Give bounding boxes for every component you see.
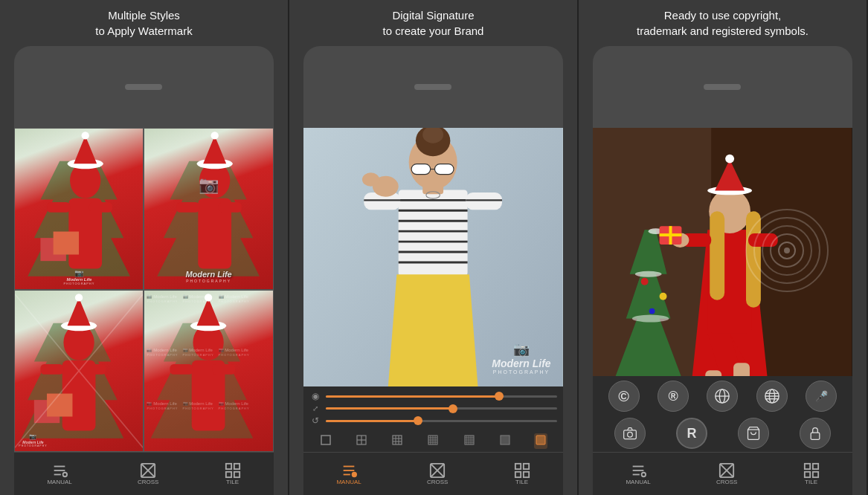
toolbar-btn-manual-1[interactable]: MANUAL [41,459,77,488]
toolbar-btn-manual-3[interactable]: MANUAL [620,459,656,488]
svg-point-134 [649,308,655,314]
watermark-grid: 📷 Modern Life PHOTOGRAPHY [14,128,273,452]
rotate-track[interactable] [326,420,556,422]
grid-big[interactable] [534,433,547,449]
svg-rect-91 [465,436,474,444]
svg-rect-55 [435,164,454,175]
panel3-phone-wrapper: © ® [579,43,867,495]
svg-point-131 [632,315,669,323]
svg-rect-79 [393,436,402,444]
toolbar-btn-manual-2[interactable]: MANUAL [330,459,367,488]
sig-watermark: 📷 Modern Life PHOTOGRAPHY [492,341,550,375]
svg-point-7 [82,132,89,139]
phone-speaker-3 [704,84,741,90]
svg-rect-72 [423,184,444,194]
symbol-lock[interactable] [800,418,831,449]
toolbar-label-cross-1: CROSS [138,479,158,485]
phone-speaker-2 [414,84,451,90]
svg-marker-16 [204,135,227,164]
svg-rect-4 [89,202,112,213]
opacity-fill [326,395,499,398]
wm-cell1: 📷 Modern Life PHOTOGRAPHY [63,269,94,285]
grid-6x6[interactable] [498,433,512,449]
slider-rotate: ↺ [309,415,556,426]
symbol-camera[interactable] [614,418,646,449]
phone-speaker-1 [125,84,162,90]
screen-area-3: © ® [593,128,852,452]
svg-rect-123 [523,472,528,477]
toolbar-label-manual-2: MANUAL [336,479,361,485]
svg-rect-149 [669,226,672,245]
toolbar-btn-tile-3[interactable]: TILE [797,459,826,488]
toolbar-label-tile-3: TILE [805,479,817,485]
opacity-track[interactable] [326,395,556,398]
svg-point-116 [353,473,357,477]
grid-3x3[interactable] [390,433,404,449]
toolbar-2: MANUAL CROSS TILE [303,452,562,495]
toolbar-btn-tile-2[interactable]: TILE [508,459,536,488]
size-icon: ⤢ [309,404,321,412]
size-track[interactable] [326,407,556,410]
svg-point-133 [660,293,667,300]
slider-size: ⤢ [309,404,556,412]
screen-area-1: 📷 Modern Life PHOTOGRAPHY [14,128,273,452]
symbol-globe2[interactable] [756,381,788,412]
copyright-symbols-row2: R [593,416,852,452]
tiled-watermark: 📷 Modern LifePHOTOGRAPHY 📷 Modern LifePH… [144,291,272,451]
copyright-symbols-row1: © ® [593,376,852,416]
grid-5x5[interactable] [463,433,476,449]
wm-cell3: 📷 Modern Life PHOTOGRAPHY [19,433,47,447]
svg-rect-47 [225,472,231,477]
svg-rect-75 [321,436,330,444]
sig-wm-sub: PHOTOGRAPHY [492,369,550,375]
toolbar-btn-cross-3[interactable]: CROSS [710,459,743,488]
phone-top-1 [14,46,273,128]
grid-2x2[interactable] [355,433,368,449]
grid-1x1[interactable] [319,433,332,449]
opacity-thumb[interactable] [495,392,504,401]
svg-point-171 [642,473,646,477]
wm-cell2-bottom: Modern Life PHOTOGRAPHY [185,270,231,283]
toolbar-3: MANUAL CROSS TILE [593,452,852,495]
symbol-registered[interactable]: ® [658,381,689,412]
wm-cell2-center: 📷 [199,175,219,195]
panel3-header: Ready to use copyright, trademark and re… [622,0,823,43]
toolbar-1: MANUAL CROSS TILE [14,452,273,495]
toolbar-label-cross-2: CROSS [427,479,448,485]
symbol-mic[interactable]: 🎤 [806,381,837,412]
svg-rect-111 [536,436,545,444]
svg-point-17 [211,132,219,139]
toolbar-btn-tile-1[interactable]: TILE [219,459,247,488]
opacity-icon: ◉ [309,391,321,401]
phone-top-2 [303,46,562,128]
phone-top-3 [593,46,852,128]
symbol-cart[interactable] [738,418,769,449]
svg-rect-45 [225,464,231,469]
svg-rect-178 [812,472,817,477]
symbol-copyright[interactable]: © [608,381,640,412]
svg-point-132 [641,278,649,285]
panel-copyright-symbols: Ready to use copyright, trademark and re… [579,0,868,495]
panel2-header: Digital Signature to create your Brand [368,0,499,43]
svg-point-130 [635,271,662,277]
grid-cell-1: 📷 Modern Life PHOTOGRAPHY [14,128,144,290]
symbol-globe1[interactable] [707,381,738,412]
concentric-circles [742,206,832,298]
panel1-phone-wrapper: 📷 Modern Life PHOTOGRAPHY [0,43,288,495]
svg-rect-48 [234,472,239,477]
toolbar-label-manual-3: MANUAL [626,479,650,485]
symbol-r-circle[interactable]: R [676,418,707,449]
grid-4x4[interactable] [426,433,440,449]
toolbar-btn-cross-2[interactable]: CROSS [421,459,454,488]
sig-wm-text: Modern Life [492,358,550,369]
toolbar-btn-cross-1[interactable]: CROSS [132,459,164,488]
svg-point-143 [725,155,734,164]
panel1-header-line2: to Apply Watermark [95,25,192,37]
slider-opacity: ◉ [309,391,556,401]
rotate-fill [326,420,418,422]
svg-rect-164 [624,430,637,439]
panel3-header-line2: trademark and registered symbols. [637,25,808,37]
rotate-thumb[interactable] [414,416,422,425]
panel2-phone-wrapper: 📷 Modern Life PHOTOGRAPHY ◉ ⤢ [289,43,577,495]
size-thumb[interactable] [449,404,457,413]
